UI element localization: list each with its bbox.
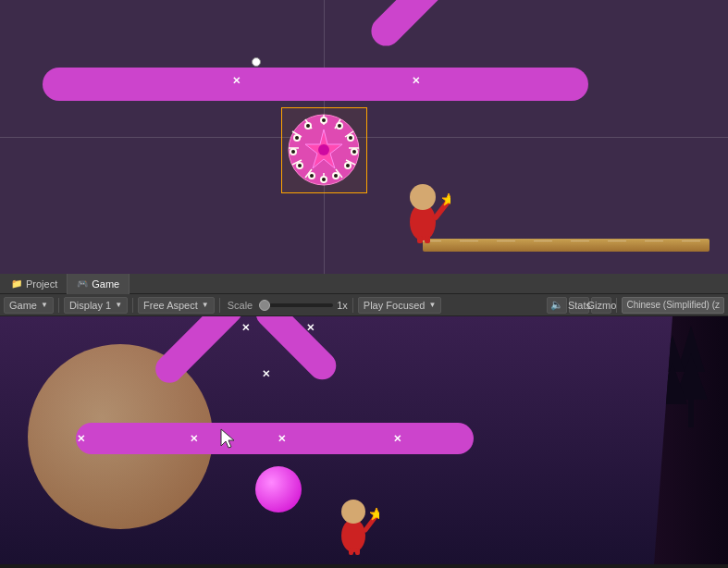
- spike-ball: [285, 111, 364, 190]
- sep-5: [616, 298, 617, 313]
- scene-panel: ✕ ✕: [0, 0, 728, 274]
- display-dropdown[interactable]: Display 1 ▼: [64, 297, 128, 314]
- tab-bar: 📁 Project 🎮 Game: [0, 274, 728, 294]
- scale-label: Scale: [228, 300, 253, 311]
- game-h-handle-3: ✕: [390, 432, 403, 445]
- capsule-top-right: [365, 0, 458, 52]
- svg-rect-55: [355, 548, 360, 555]
- svg-rect-47: [688, 400, 694, 427]
- svg-point-51: [341, 500, 365, 524]
- game-panel: ✕ ✕ ✕ ✕ ✕ ✕ ✕: [0, 316, 728, 564]
- svg-point-40: [410, 184, 436, 210]
- svg-rect-44: [425, 236, 430, 243]
- sep-1: [58, 298, 59, 313]
- tab-game[interactable]: 🎮 Game: [68, 274, 130, 294]
- monk-scene: [395, 171, 450, 248]
- gizmos-button[interactable]: Gizmo: [591, 297, 611, 314]
- svg-point-50: [341, 519, 365, 552]
- tab-project[interactable]: 📁 Project: [2, 274, 68, 294]
- capsule-main-top: [43, 68, 588, 101]
- game-capsule-horizontal: ✕ ✕ ✕ ✕: [76, 423, 474, 454]
- play-focused-dropdown[interactable]: Play Focused ▼: [358, 297, 442, 314]
- sep-4: [352, 298, 353, 313]
- wood-platform: [423, 239, 709, 252]
- game-h-handle-1: ✕: [187, 432, 200, 445]
- game-dropdown[interactable]: Game ▼: [4, 297, 54, 314]
- display-dropdown-arrow: ▼: [115, 301, 122, 309]
- scale-track[interactable]: [259, 303, 333, 307]
- circle-handle-top: [252, 57, 261, 67]
- mute-button[interactable]: 🔈: [547, 297, 567, 314]
- play-focused-arrow: ▼: [429, 301, 437, 309]
- game-dropdown-arrow: ▼: [41, 301, 48, 309]
- aspect-dropdown[interactable]: Free Aspect ▼: [138, 297, 215, 314]
- sep-2: [132, 298, 133, 313]
- game-h-handle-2: ✕: [275, 432, 288, 445]
- scale-thumb[interactable]: [259, 300, 270, 311]
- game-icon: 🎮: [77, 278, 88, 289]
- scale-value: 1x: [337, 300, 348, 311]
- monk-game: [328, 488, 379, 560]
- lang-badge: Chinese (Simplified) (z: [622, 297, 724, 314]
- svg-marker-53: [370, 508, 379, 520]
- pink-ball: [255, 466, 302, 512]
- svg-rect-43: [417, 236, 423, 243]
- game-h-handle-corner: ✕: [74, 432, 87, 445]
- svg-rect-54: [349, 548, 353, 555]
- toolbar: Game ▼ Display 1 ▼ Free Aspect ▼ Scale 1…: [0, 294, 728, 316]
- sep-3: [219, 298, 220, 313]
- project-icon: 📁: [11, 278, 22, 289]
- aspect-dropdown-arrow: ▼: [202, 301, 209, 309]
- selection-box: [281, 107, 367, 193]
